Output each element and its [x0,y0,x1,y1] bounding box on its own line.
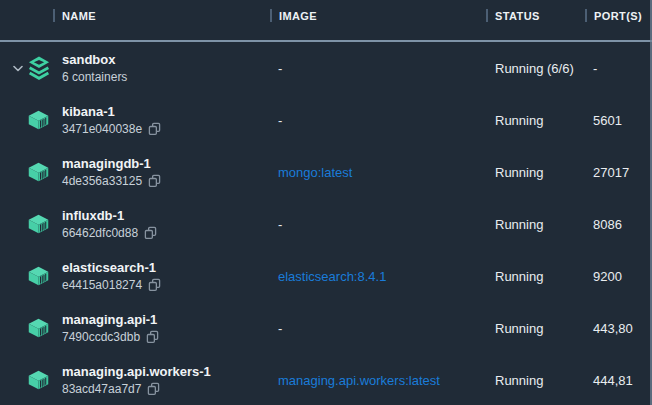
header-bar [53,9,55,22]
status-text: Running [495,217,593,232]
table-row[interactable]: managing.api.workers-1 83acd47aa7d7 mana… [0,354,652,405]
row-image-cell: - [278,59,495,77]
image-link[interactable]: elasticsearch:8.4.1 [278,269,386,284]
status-text: Running [495,269,593,284]
header-bar [486,9,488,22]
status-text: Running [495,321,593,336]
row-image-cell: elasticsearch:8.4.1 [278,267,495,285]
column-header-name[interactable]: NAME [53,9,96,22]
table-row[interactable]: managing.api-1 7490ccdc3dbb - Running 44… [0,302,652,354]
row-name-cell: kibana-1 3471e040038e [62,103,278,138]
column-header-status[interactable]: STATUS [486,9,540,22]
table-row[interactable]: elasticsearch-1 e4415a018274 elasticsear… [0,250,652,302]
table-row[interactable]: managingdb-1 4de356a33125 mongo:latest R… [0,146,652,198]
container-id: 4de356a33125 [62,173,142,190]
table-row[interactable]: influxdb-1 66462dfc0d88 - Running 8086 [0,198,652,250]
column-label: STATUS [495,10,540,22]
column-label: IMAGE [279,10,317,22]
row-image-cell: - [278,215,495,233]
container-name[interactable]: kibana-1 [62,103,278,121]
container-cube-icon [28,370,49,390]
row-icon-cell [0,162,62,182]
container-cube-icon [28,318,49,338]
table-row[interactable]: kibana-1 3471e040038e - Running 5601 [0,94,652,146]
container-id: e4415a018274 [62,277,142,294]
container-name[interactable]: managing.api.workers-1 [62,363,278,381]
ports-text: 444,81 [593,373,652,388]
container-name[interactable]: managing.api-1 [62,311,278,329]
row-name-cell: influxdb-1 66462dfc0d88 [62,207,278,242]
header-bar [270,9,272,22]
row-image-cell: managing.api.workers:latest [278,371,495,389]
row-name-cell: sandbox 6 containers [62,51,278,86]
table-header: NAME IMAGE STATUS PORT(S) [0,0,652,42]
row-icon-cell [0,266,62,286]
row-image-cell: - [278,319,495,337]
copy-icon[interactable] [148,122,161,136]
row-icon-cell [0,370,62,390]
ports-text: 9200 [593,269,652,284]
status-text: Running [495,373,593,388]
row-name-cell: managingdb-1 4de356a33125 [62,155,278,190]
copy-icon[interactable] [148,278,161,292]
copy-icon[interactable] [148,174,161,188]
container-name[interactable]: managingdb-1 [62,155,278,173]
image-name: - [278,217,282,232]
container-id: 83acd47aa7d7 [62,381,141,398]
row-icon-cell [0,110,62,130]
row-name-cell: managing.api-1 7490ccdc3dbb [62,311,278,346]
row-icon-cell [0,55,62,82]
column-label: NAME [62,10,96,22]
image-link[interactable]: managing.api.workers:latest [278,373,440,388]
column-label: PORT(S) [594,10,642,22]
ports-text: 5601 [593,113,652,128]
ports-text: 443,80 [593,321,652,336]
stack-layers-icon [28,55,50,82]
group-subtitle: 6 containers [62,69,127,86]
container-id: 7490ccdc3dbb [62,329,140,346]
header-bar [585,9,587,22]
container-name[interactable]: elasticsearch-1 [62,259,278,277]
container-id: 3471e040038e [62,121,142,138]
row-image-cell: - [278,111,495,129]
container-cube-icon [28,110,49,130]
chevron-down-icon[interactable] [13,64,23,72]
copy-icon[interactable] [146,330,159,344]
ports-text: - [593,61,652,76]
container-name[interactable]: influxdb-1 [62,207,278,225]
image-name: - [278,113,282,128]
row-name-cell: elasticsearch-1 e4415a018274 [62,259,278,294]
column-header-ports[interactable]: PORT(S) [585,9,642,22]
column-header-image[interactable]: IMAGE [270,9,317,22]
container-cube-icon [28,266,49,286]
group-name[interactable]: sandbox [62,51,278,69]
table-row-group[interactable]: sandbox 6 containers - Running (6/6) - [0,42,652,94]
copy-icon[interactable] [147,382,160,396]
image-name: - [278,321,282,336]
ports-text: 8086 [593,217,652,232]
container-table: sandbox 6 containers - Running (6/6) - [0,42,652,405]
row-image-cell: mongo:latest [278,163,495,181]
status-text: Running (6/6) [495,61,593,76]
container-id: 66462dfc0d88 [62,225,138,242]
image-name: - [278,61,282,76]
row-name-cell: managing.api.workers-1 83acd47aa7d7 [62,363,278,398]
status-text: Running [495,165,593,180]
container-cube-icon [28,214,49,234]
row-icon-cell [0,214,62,234]
copy-icon[interactable] [144,226,157,240]
container-cube-icon [28,162,49,182]
image-link[interactable]: mongo:latest [278,165,352,180]
ports-text: 27017 [593,165,652,180]
status-text: Running [495,113,593,128]
row-icon-cell [0,318,62,338]
